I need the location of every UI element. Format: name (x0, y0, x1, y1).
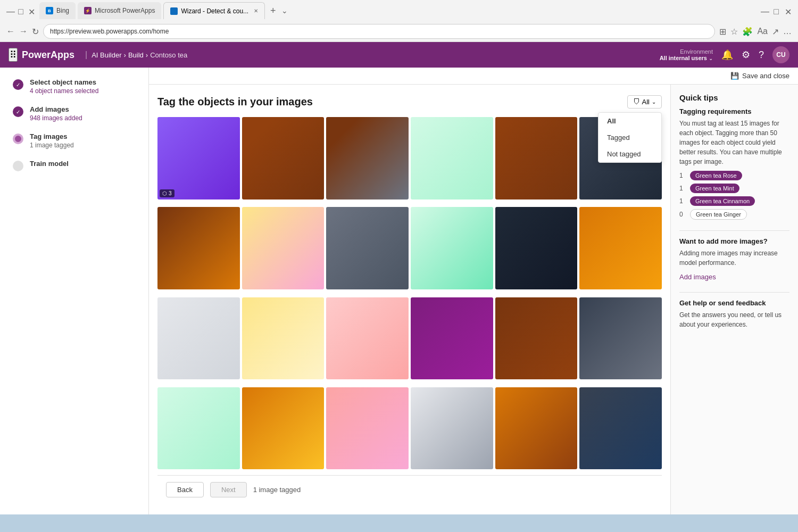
browser-restore-btn[interactable]: □ (772, 7, 780, 14)
image-cell-24[interactable] (579, 387, 662, 470)
tag-count-rose: 1 (679, 172, 686, 179)
tab-wizard[interactable]: Wizard - Detect & cou... ✕ (163, 2, 265, 19)
tag-count-1: ⬡3 (160, 189, 174, 197)
favorites-button[interactable]: ☆ (730, 27, 738, 37)
filter-button[interactable]: ⛉ All ⌄ (627, 95, 662, 109)
share-button[interactable]: ↗ (772, 27, 779, 37)
nav-separator-1: | (85, 50, 87, 60)
image-status: 1 image tagged (253, 486, 301, 494)
content-area: ✓ Select object names 4 object names sel… (0, 68, 798, 514)
feedback-section: Get help or send feedback Get the answer… (679, 299, 789, 329)
new-tab-button[interactable]: + (267, 5, 279, 16)
breadcrumb-ai-builder[interactable]: AI Builder (92, 51, 121, 59)
settings-button[interactable]: ⚙ (742, 49, 750, 61)
split-view-button[interactable]: ⊞ (719, 27, 726, 37)
environment-selector[interactable]: Environment All internal users ⌄ (660, 48, 713, 61)
image-cell-1[interactable]: ⬡3 (157, 117, 240, 200)
image-cell-19[interactable] (157, 387, 240, 470)
filter-chevron: ⌄ (652, 99, 656, 105)
back-nav-button[interactable]: ← (6, 27, 15, 36)
filter-dropdown: All Tagged Not tagged (598, 112, 662, 163)
step-4-indicator (13, 161, 23, 171)
save-close-button[interactable]: 💾 Save and close (730, 72, 789, 80)
help-button[interactable]: ? (759, 49, 764, 61)
image-cell-16[interactable] (411, 297, 493, 380)
browser-close-btn[interactable]: ✕ (784, 7, 792, 14)
tab-close-button[interactable]: ✕ (254, 8, 258, 14)
bing-favicon: B (46, 7, 53, 14)
tab-dropdown-button[interactable]: ⌄ (281, 6, 288, 15)
add-images-section: Want to add more images? Adding more ima… (679, 237, 789, 281)
refresh-button[interactable]: ↻ (32, 27, 39, 37)
browser-chrome: — □ ✕ B Bing ⚡ Microsoft PowerApps Wizar… (0, 0, 798, 42)
filter-option-not-tagged[interactable]: Not tagged (598, 146, 661, 162)
app-logo: PowerApps (22, 49, 74, 61)
image-cell-4[interactable] (411, 117, 493, 200)
filter-icon: ⛉ (633, 98, 640, 106)
app-container: ⠿ PowerApps | AI Builder › Build › Conto… (0, 42, 798, 514)
image-cell-13[interactable] (157, 297, 240, 380)
image-cell-8[interactable] (242, 207, 325, 289)
breadcrumb-build[interactable]: Build (128, 51, 144, 59)
image-panel: Tag the objects in your images ⛉ All ⌄ A… (149, 85, 670, 514)
forward-nav-button[interactable]: → (19, 27, 28, 36)
quick-tips-title: Quick tips (679, 93, 789, 102)
image-cell-17[interactable] (495, 297, 578, 380)
tab-bing-label: Bing (56, 7, 69, 14)
tag-row-4: 0 Green tea Ginger (679, 209, 789, 220)
save-close-label: Save and close (742, 72, 789, 80)
browser-minimize-btn[interactable]: — (761, 7, 768, 14)
image-cell-3[interactable] (326, 117, 409, 200)
image-cell-12[interactable] (579, 207, 662, 289)
image-cell-20[interactable] (242, 387, 325, 470)
back-button[interactable]: Back (166, 482, 204, 497)
filter-option-all[interactable]: All (598, 113, 661, 129)
tab-wizard-label: Wizard - Detect & cou... (181, 7, 248, 15)
powerapps-favicon: ⚡ (84, 7, 92, 14)
image-cell-22[interactable] (411, 387, 493, 470)
tab-bing[interactable]: B Bing (39, 2, 76, 19)
image-cell-18[interactable] (579, 297, 662, 380)
image-cell-5[interactable] (495, 117, 578, 200)
close-button[interactable]: ✕ (28, 7, 35, 14)
image-cell-9[interactable] (326, 207, 409, 289)
user-avatar[interactable]: CU (772, 46, 789, 63)
image-cell-14[interactable] (242, 297, 325, 380)
tag-row-2: 1 Green tea Mint (679, 184, 789, 193)
add-images-link[interactable]: Add images (679, 273, 716, 281)
step-tag-images: Tag images 1 image tagged (13, 132, 136, 149)
step-1-indicator: ✓ (13, 79, 23, 90)
notifications-button[interactable]: 🔔 (721, 49, 733, 61)
main-content: 💾 Save and close Tag the objects in your… (149, 68, 798, 514)
image-cell-7[interactable] (157, 207, 240, 289)
image-cell-23[interactable] (495, 387, 578, 470)
panel-title: Tag the objects in your images (157, 96, 313, 108)
maximize-button[interactable]: □ (17, 7, 24, 14)
image-cell-11[interactable] (495, 207, 578, 289)
minimize-button[interactable]: — (6, 7, 14, 14)
step-4-title: Train model (30, 160, 69, 168)
feedback-text: Get the answers you need, or tell us abo… (679, 310, 789, 329)
image-cell-2[interactable] (242, 117, 325, 200)
url-input[interactable] (43, 24, 715, 39)
step-3-subtitle: 1 image tagged (30, 142, 74, 149)
settings-ellipsis-button[interactable]: … (783, 27, 792, 36)
image-cell-21[interactable] (326, 387, 409, 470)
step-3-title: Tag images (30, 132, 74, 140)
divider-2 (679, 292, 789, 293)
tab-powerapps[interactable]: ⚡ Microsoft PowerApps (78, 2, 161, 19)
read-mode-button[interactable]: Aa (757, 27, 768, 36)
window-controls: — □ ✕ (6, 7, 35, 14)
breadcrumb-current: Contoso tea (150, 51, 187, 59)
image-cell-10[interactable] (411, 207, 493, 289)
extensions-button[interactable]: 🧩 (742, 27, 753, 37)
tagging-requirements-section: Tagging requirements You must tag at lea… (679, 107, 789, 220)
image-cell-15[interactable] (326, 297, 409, 380)
wizard-favicon (170, 7, 178, 15)
grid-menu-button[interactable]: ⠿ (9, 48, 18, 62)
next-button[interactable]: Next (210, 482, 247, 497)
tag-row-3: 1 Green tea Cinnamon (679, 196, 789, 206)
tagging-req-title: Tagging requirements (679, 107, 789, 115)
filter-option-tagged[interactable]: Tagged (598, 129, 661, 146)
step-3-content: Tag images 1 image tagged (30, 132, 74, 149)
